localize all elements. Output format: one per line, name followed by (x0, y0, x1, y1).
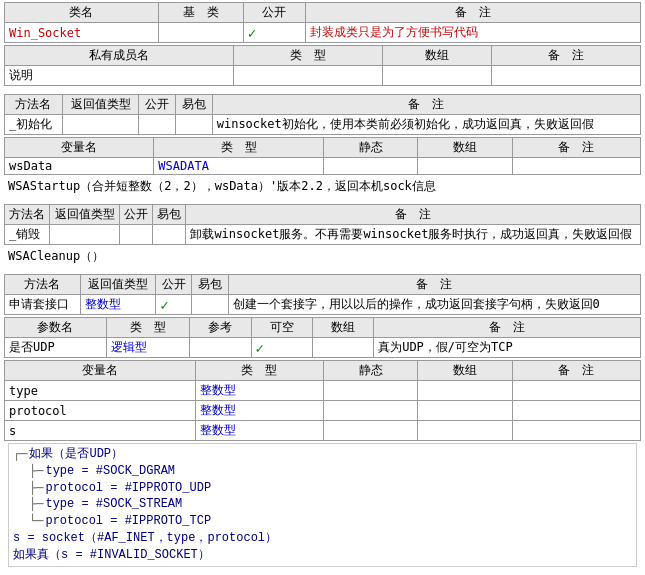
col-method-s: 方法名 (5, 275, 81, 295)
col-var: 变量名 (5, 138, 154, 158)
col-parr: 数组 (312, 318, 373, 338)
method-pub-init (139, 115, 176, 135)
var-wsdata-type: WSADATA (154, 158, 324, 175)
var-s-name: s (5, 421, 196, 441)
param-udp-note: 真为UDP，假/可空为TCP (374, 338, 641, 358)
var-socket-table: 变量名 类 型 静态 数组 备 注 type 整数型 protocol 整数型 (4, 360, 641, 441)
col-note-s: 备 注 (228, 275, 640, 295)
public-check-cell: ✓ (243, 23, 305, 43)
method-socket-section: 方法名 返回值类型 公开 易包 备 注 申请套接口 整数型 ✓ 创建一个套接字，… (4, 274, 641, 567)
base-class-cell (158, 23, 243, 43)
col-vname-s: 变量名 (5, 361, 196, 381)
member-name: 说明 (5, 66, 234, 86)
col-array: 数组 (382, 46, 491, 66)
method-return-destroy (50, 225, 120, 245)
var-s-row: s 整数型 (5, 421, 641, 441)
class-row: Win_Socket ✓ 封装成类只是为了方便书写代码 (5, 23, 641, 43)
col-private-member: 私有成员名 (5, 46, 234, 66)
method-destroy-row: _销毁 卸载winsocket服务。不再需要winsocket服务时执行，成功返… (5, 225, 641, 245)
method-init-section: 方法名 返回值类型 公开 易包 备 注 _初始化 winsocket初始化，使用… (4, 94, 641, 196)
method-return-socket: 整数型 (80, 295, 156, 315)
param-socket-table: 参数名 类 型 参考 可空 数组 备 注 是否UDP 逻辑型 ✓ 真为UDP，假… (4, 317, 641, 358)
member-array (382, 66, 491, 86)
code-line-2: ├─ type = #SOCK_DGRAM (13, 463, 632, 480)
private-member-row: 说明 (5, 66, 641, 86)
code-text-4: type = #SOCK_STREAM (45, 496, 182, 513)
param-udp-nullable: ✓ (251, 338, 312, 358)
var-protocol-type: 整数型 (195, 401, 323, 421)
col-vtype-s: 类 型 (195, 361, 323, 381)
code-block-socket: ┌─ 如果（是否UDP） ├─ type = #SOCK_DGRAM ├─ pr… (8, 443, 637, 567)
var-wsdata-array (418, 158, 512, 175)
method-easy-init (176, 115, 213, 135)
var-wsdata-static (324, 158, 418, 175)
col-baseclass: 基 类 (158, 3, 243, 23)
col-static: 静态 (324, 138, 418, 158)
class-table: 类名 基 类 公开 备 注 Win_Socket ✓ 封装成类只是为了方便书写代… (4, 2, 641, 43)
var-protocol-array (418, 401, 512, 421)
method-note-socket: 创建一个套接字，用以以后的操作，成功返回套接字句柄，失败返回0 (228, 295, 640, 315)
var-wsdata-row: wsData WSADATA (5, 158, 641, 175)
code-text-2: type = #SOCK_DGRAM (45, 463, 175, 480)
class-name-cell: Win_Socket (5, 23, 159, 43)
col-easy-s: 易包 (192, 275, 228, 295)
col-classname: 类名 (5, 3, 159, 23)
var-protocol-note (512, 401, 641, 421)
col-note2: 备 注 (491, 46, 640, 66)
class-section: 类名 基 类 公开 备 注 Win_Socket ✓ 封装成类只是为了方便书写代… (4, 2, 641, 86)
col-method: 方法名 (5, 95, 63, 115)
code-line-4: ├─ type = #SOCK_STREAM (13, 496, 632, 513)
tree-symbol-3: ├─ (29, 480, 43, 497)
col-method-d: 方法名 (5, 205, 50, 225)
member-note (491, 66, 640, 86)
var-type-row: type 整数型 (5, 381, 641, 401)
param-udp-ref (190, 338, 251, 358)
col-pub: 公开 (139, 95, 176, 115)
tree-symbol-5: └─ (29, 513, 43, 530)
var-type-name: type (5, 381, 196, 401)
code-line-5: └─ protocol = #IPPROTO_TCP (13, 513, 632, 530)
method-socket-table: 方法名 返回值类型 公开 易包 备 注 申请套接口 整数型 ✓ 创建一个套接字，… (4, 274, 641, 315)
var-s-type: 整数型 (195, 421, 323, 441)
method-return-init (62, 115, 139, 135)
col-vnote-s: 备 注 (512, 361, 641, 381)
code-text-5: protocol = #IPPROTO_TCP (45, 513, 211, 530)
code-line-1: ┌─ 如果（是否UDP） (13, 446, 632, 463)
col-return: 返回值类型 (62, 95, 139, 115)
col-vstatic-s: 静态 (324, 361, 418, 381)
code-text-6: s = socket（#AF_INET，type，protocol） (13, 530, 277, 547)
var-protocol-static (324, 401, 418, 421)
col-return-s: 返回值类型 (80, 275, 156, 295)
var-type-array (418, 381, 512, 401)
code-text-1: 如果（是否UDP） (29, 446, 123, 463)
code-line-7: 如果真（s = #INVALID_SOCKET） (13, 547, 632, 564)
method-name-init: _初始化 (5, 115, 63, 135)
col-note-d: 备 注 (186, 205, 641, 225)
method-pub-destroy (119, 225, 152, 245)
col-return-d: 返回值类型 (50, 205, 120, 225)
var-s-note (512, 421, 641, 441)
method-name-socket: 申请套接口 (5, 295, 81, 315)
member-type (233, 66, 382, 86)
col-param: 参数名 (5, 318, 107, 338)
col-vtype: 类 型 (154, 138, 324, 158)
var-type-type: 整数型 (195, 381, 323, 401)
var-type-note (512, 381, 641, 401)
param-udp-type: 逻辑型 (106, 338, 190, 358)
var-s-array (418, 421, 512, 441)
code-line-3: ├─ protocol = #IPPROTO_UDP (13, 480, 632, 497)
param-udp-array (312, 338, 373, 358)
var-protocol-row: protocol 整数型 (5, 401, 641, 421)
var-wsdata-name: wsData (5, 158, 154, 175)
col-easy: 易包 (176, 95, 213, 115)
col-ptype: 类 型 (106, 318, 190, 338)
param-udp-row: 是否UDP 逻辑型 ✓ 真为UDP，假/可空为TCP (5, 338, 641, 358)
col-type: 类 型 (233, 46, 382, 66)
col-public: 公开 (243, 3, 305, 23)
tree-symbol-1: ┌─ (13, 446, 27, 463)
code-wsa-cleanup: WSACleanup（） (4, 247, 641, 266)
var-protocol-name: protocol (5, 401, 196, 421)
code-wsa-startup: WSAStartup（合并短整数（2，2），wsData）'版本2.2，返回本机… (4, 177, 641, 196)
method-socket-row: 申请套接口 整数型 ✓ 创建一个套接字，用以以后的操作，成功返回套接字句柄，失败… (5, 295, 641, 315)
col-varray-s: 数组 (418, 361, 512, 381)
